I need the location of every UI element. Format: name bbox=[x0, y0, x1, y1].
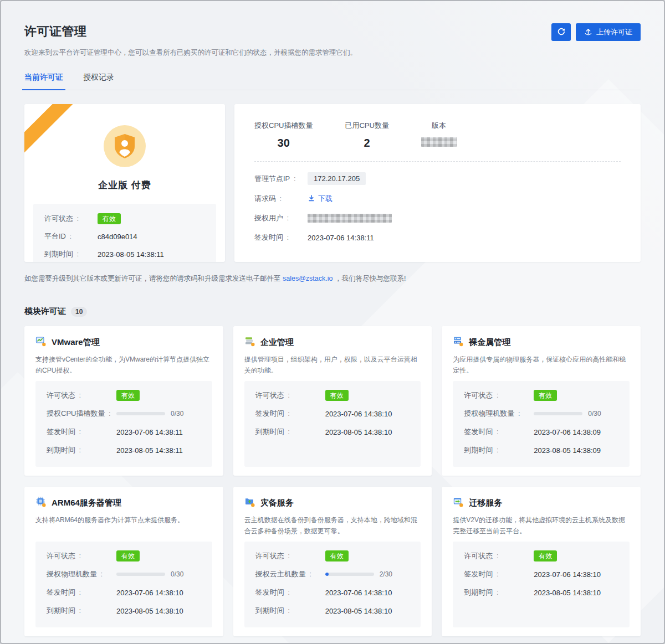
module-description: 云主机数据在线备份到备份服务器，支持本地，跨地域和混合云多种备份场景，数据更可靠… bbox=[244, 514, 421, 537]
license-stat: 已用CPU数量2 bbox=[345, 121, 388, 150]
module-count-badge: 10 bbox=[71, 307, 87, 317]
migration-icon bbox=[453, 496, 464, 509]
stat-label: 授权CPU插槽数量 bbox=[254, 121, 313, 131]
tab-auth-records[interactable]: 授权记录 bbox=[83, 73, 114, 90]
row-label: 授权云主机数量 bbox=[255, 569, 325, 579]
row-label: 签发时间 bbox=[47, 427, 116, 437]
info-row: 签发时间2023-07-06 14:38:10 bbox=[464, 569, 618, 580]
module-info-box: 许可状态有效签发时间2023-07-06 14:38:10到期时间2023-08… bbox=[453, 542, 630, 627]
info-row: 签发时间2023-07-06 14:38:10 bbox=[255, 587, 410, 598]
module-title: 灾备服务 bbox=[260, 498, 294, 508]
status-badge: 有效 bbox=[534, 390, 557, 401]
download-icon bbox=[308, 194, 315, 204]
page-title: 许可证管理 bbox=[24, 23, 87, 40]
license-stat: 授权CPU插槽数量30 bbox=[254, 121, 313, 150]
vmware-icon bbox=[35, 336, 47, 349]
stat-label: 版本 bbox=[421, 121, 457, 131]
info-row: 授权用户 bbox=[254, 213, 621, 224]
row-label: 到期时间 bbox=[464, 445, 534, 455]
info-row: 请求码下载 bbox=[254, 193, 621, 204]
row-value: 2023-08-05 14:38:11 bbox=[116, 446, 183, 455]
info-row: 许可状态有效 bbox=[464, 390, 618, 401]
info-row: 许可状态有效 bbox=[47, 390, 201, 401]
row-label: 授权CPU插槽数量 bbox=[47, 409, 116, 419]
info-row: 签发时间2023-07-06 14:38:09 bbox=[464, 426, 618, 437]
info-row: 到期时间2023-08-05 14:38:10 bbox=[47, 605, 201, 616]
row-label: 到期时间 bbox=[255, 606, 325, 616]
module-info-box: 许可状态有效授权物理机数量0/30签发时间2023-07-06 14:38:10… bbox=[35, 542, 212, 627]
module-description: 提供V2V的迁移功能，将其他虚拟环境的云主机系统及数据完整迁移至当前云平台。 bbox=[453, 514, 630, 537]
divider bbox=[254, 161, 621, 162]
refresh-button[interactable] bbox=[551, 23, 571, 41]
progress-fill bbox=[325, 573, 329, 576]
info-row: 到期时间2023-08-05 14:38:10 bbox=[255, 426, 410, 437]
module-license-card: 企业管理提供管理项目，组织架构，用户，权限，以及云平台运营相关的功能。许可状态有… bbox=[233, 326, 432, 476]
row-value: 0/30 bbox=[116, 410, 183, 418]
info-row: 授权CPU插槽数量0/30 bbox=[47, 408, 201, 419]
row-value: 有效 bbox=[116, 550, 140, 561]
license-stat: 版本 bbox=[421, 121, 457, 150]
module-title: 裸金属管理 bbox=[469, 337, 510, 348]
row-label: 管理节点IP bbox=[254, 174, 308, 184]
module-description: 为应用提供专属的物理服务器，保证核心应用的高性能和稳定性。 bbox=[453, 354, 630, 377]
module-card-header: 迁移服务 bbox=[453, 496, 630, 509]
row-label: 到期时间 bbox=[47, 606, 116, 616]
ip-chip: 172.20.17.205 bbox=[308, 172, 366, 185]
license-detail-card: 授权CPU插槽数量30已用CPU数量2版本 管理节点IP172.20.17.20… bbox=[234, 104, 641, 262]
row-label: 签发时间 bbox=[254, 233, 308, 243]
module-description: 支持接管vCenter的全功能，为VMware的计算节点提供独立的CPU授权。 bbox=[35, 354, 212, 377]
row-value: 有效 bbox=[98, 213, 121, 224]
upload-license-button[interactable]: 上传许可证 bbox=[576, 23, 641, 41]
row-value: 2023-07-06 14:38:10 bbox=[325, 410, 392, 418]
module-card-header: VMware管理 bbox=[35, 336, 212, 349]
tab-current-license[interactable]: 当前许可证 bbox=[24, 73, 63, 90]
download-link[interactable]: 下载 bbox=[308, 194, 332, 204]
baremetal-icon bbox=[453, 336, 464, 349]
progress-bar bbox=[534, 412, 582, 415]
row-value: c84d09e014 bbox=[98, 233, 137, 241]
row-label: 签发时间 bbox=[255, 409, 325, 419]
row-value: 2023-08-05 14:38:10 bbox=[325, 607, 392, 615]
module-info-box: 许可状态有效授权物理机数量0/30签发时间2023-07-06 14:38:09… bbox=[453, 381, 630, 467]
module-license-grid: VMware管理支持接管vCenter的全功能，为VMware的计算节点提供独立… bbox=[24, 326, 641, 636]
info-row: 签发时间2023-07-06 14:38:10 bbox=[47, 587, 201, 598]
row-value: 2023-07-06 14:38:11 bbox=[116, 428, 183, 436]
info-row: 平台IDc84d09e014 bbox=[44, 231, 205, 242]
info-row: 到期时间2023-08-05 14:38:11 bbox=[47, 445, 201, 456]
row-label: 许可状态 bbox=[47, 390, 116, 400]
module-section-title: 模块许可证 bbox=[24, 306, 66, 317]
module-card-header: 企业管理 bbox=[244, 336, 421, 349]
module-title: VMware管理 bbox=[52, 337, 100, 348]
module-card-header: 灾备服务 bbox=[244, 496, 421, 509]
row-value: 2023-08-05 14:38:11 bbox=[98, 250, 164, 259]
row-value: 有效 bbox=[325, 550, 349, 561]
module-info-box: 许可状态有效签发时间2023-07-06 14:38:10到期时间2023-08… bbox=[244, 381, 421, 467]
sales-email-link[interactable]: sales@zstack.io bbox=[283, 275, 333, 282]
module-license-card: 灾备服务云主机数据在线备份到备份服务器，支持本地，跨地域和混合云多种备份场景，数… bbox=[233, 487, 432, 636]
info-row: 授权物理机数量0/30 bbox=[464, 408, 618, 419]
upload-icon bbox=[584, 27, 592, 37]
row-label: 到期时间 bbox=[44, 249, 98, 259]
row-value: 2/30 bbox=[325, 570, 392, 578]
license-edition: 企业版 付费 bbox=[33, 179, 216, 192]
module-info-box: 许可状态有效授权CPU插槽数量0/30签发时间2023-07-06 14:38:… bbox=[35, 381, 212, 467]
status-badge: 有效 bbox=[116, 550, 140, 561]
download-link-label: 下载 bbox=[318, 194, 332, 204]
row-label: 签发时间 bbox=[464, 569, 534, 579]
tab-bar: 当前许可证授权记录 bbox=[24, 73, 641, 90]
row-label: 到期时间 bbox=[464, 588, 534, 597]
row-value: 2023-07-06 14:38:10 bbox=[116, 589, 183, 597]
row-value: 172.20.17.205 bbox=[308, 172, 366, 185]
page-subtitle: 欢迎来到云平台许可证管理中心，您可以查看所有已购买的许可证和它们的状态，并根据您… bbox=[24, 48, 641, 58]
module-license-card: ARM64服务器管理支持将ARM64的服务器作为计算节点来提供服务。许可状态有效… bbox=[24, 487, 223, 636]
upgrade-note: 如您需要升级到其它版本或更新许可证，请将您的请求码和升级需求发送电子邮件至 sa… bbox=[24, 274, 641, 284]
refresh-icon bbox=[557, 27, 566, 38]
row-label: 许可状态 bbox=[44, 214, 98, 224]
license-shield-icon bbox=[104, 125, 146, 167]
info-row: 管理节点IP172.20.17.205 bbox=[254, 172, 621, 185]
info-row: 到期时间2023-08-05 14:38:10 bbox=[255, 605, 410, 616]
enterprise-icon bbox=[244, 336, 255, 349]
status-badge: 有效 bbox=[98, 213, 121, 224]
info-row: 许可状态有效 bbox=[464, 550, 618, 561]
license-detail-rows: 管理节点IP172.20.17.205请求码下载授权用户签发时间2023-07-… bbox=[254, 172, 621, 243]
